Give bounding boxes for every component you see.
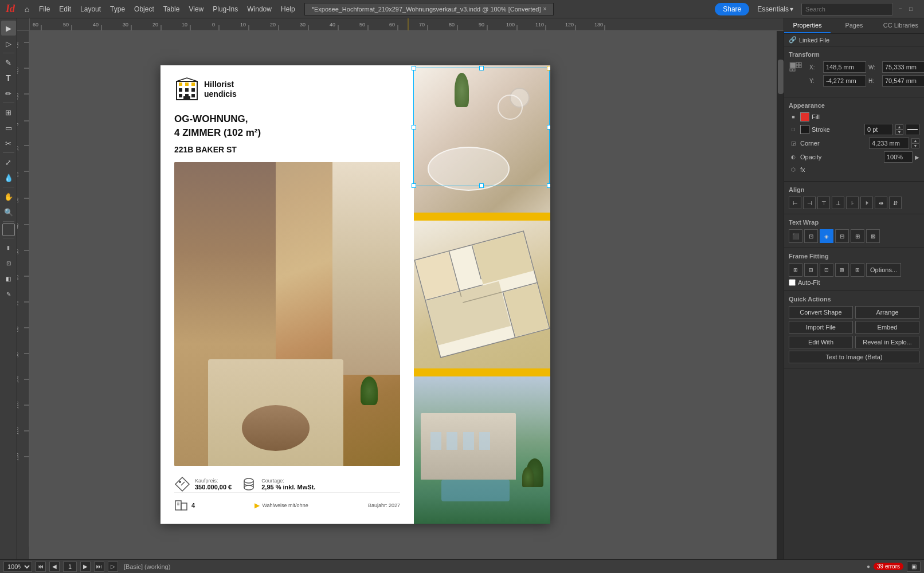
share-button[interactable]: Share	[715, 3, 749, 15]
rectangle-frame-tool[interactable]: ⊞	[1, 105, 16, 120]
w-input[interactable]	[882, 61, 924, 73]
menu-table[interactable]: Table	[159, 0, 185, 18]
dist-v-btn[interactable]: ⇵	[889, 197, 902, 209]
h-input[interactable]	[882, 75, 924, 87]
center-content-btn[interactable]: ⊡	[820, 263, 833, 277]
menu-file[interactable]: File	[34, 0, 54, 18]
color-tool[interactable]	[2, 223, 15, 236]
svg-rect-82	[191, 88, 195, 92]
stroke-value-input[interactable]	[864, 124, 893, 135]
frame-options-btn[interactable]: Options...	[866, 263, 901, 277]
align-center-v-btn[interactable]: ⊦	[846, 197, 859, 209]
opacity-expand[interactable]: ▶	[915, 154, 919, 160]
menu-edit[interactable]: Edit	[54, 0, 76, 18]
search-input[interactable]	[801, 3, 893, 15]
vertical-scrollbar[interactable]	[777, 31, 784, 573]
vscroll-thumb[interactable]	[778, 60, 784, 94]
align-right-btn[interactable]: ⊤	[817, 197, 830, 209]
align-top-btn[interactable]: ⊥	[832, 197, 844, 209]
tab-cc-libraries[interactable]: CC Libraries	[878, 18, 924, 33]
note-tool[interactable]: ✎	[1, 286, 16, 301]
stroke-down[interactable]: ▼	[895, 129, 903, 135]
fit-proportional-btn[interactable]: ⊠	[835, 263, 849, 277]
import-file-button[interactable]: Import File	[789, 321, 853, 333]
no-wrap-btn[interactable]: ⬛	[789, 229, 802, 243]
selection-tool[interactable]: ▶	[1, 21, 16, 36]
page-input[interactable]	[63, 562, 77, 572]
hand-tool[interactable]: ✋	[1, 189, 16, 204]
menu-plugins[interactable]: Plug-Ins	[208, 0, 242, 18]
fill-swatch[interactable]	[800, 112, 809, 121]
zoom-tool[interactable]: 🔍	[1, 205, 16, 219]
menu-view[interactable]: View	[184, 0, 208, 18]
maximize-button[interactable]: □	[907, 5, 915, 13]
preview-tool[interactable]: ▮	[1, 240, 16, 255]
view-mode-btn[interactable]: ▣	[907, 562, 921, 572]
stroke-swatch[interactable]	[800, 125, 809, 134]
menu-window[interactable]: Window	[242, 0, 276, 18]
stroke-style-select[interactable]	[906, 124, 919, 135]
opacity-input[interactable]	[884, 151, 913, 163]
tab-close[interactable]: ×	[543, 6, 547, 12]
svg-rect-89	[183, 96, 190, 100]
main-layout: ▶ ▷ ✎ T ✏ ⊞ ▭ ✂ ⤢ 💧 ✋ 🔍 ▮ ⊡ ◧ ✎	[0, 18, 924, 573]
x-input[interactable]	[823, 61, 866, 73]
nav-last-btn[interactable]: ⏭	[94, 562, 104, 572]
canvas[interactable]: Hillorist uendicis OG-WOHNUNG, 4 ZIMMER …	[30, 31, 784, 573]
eyedropper-tool[interactable]: 💧	[1, 170, 16, 185]
document-tab[interactable]: *Exposee_Hochformat_210x297_Wohnungsverk…	[304, 3, 554, 15]
home-icon[interactable]: ⌂	[19, 2, 34, 17]
wrap-jump-btn[interactable]: ⊟	[835, 229, 849, 243]
align-center-h-btn[interactable]: ⊣	[803, 197, 816, 209]
reveal-in-explorer-button[interactable]: Reveal in Explo...	[855, 336, 919, 348]
transform-tool[interactable]: ⊡	[1, 256, 16, 270]
arrange-button[interactable]: Arrange	[855, 306, 919, 319]
embed-button[interactable]: Embed	[855, 321, 919, 333]
fx-label[interactable]: fx	[800, 166, 805, 173]
dist-h-btn[interactable]: ⇹	[875, 197, 887, 209]
wrap-options-btn[interactable]: ⊠	[866, 229, 880, 243]
fill-frame-btn[interactable]: ⊞	[851, 263, 864, 277]
menu-layout[interactable]: Layout	[76, 0, 105, 18]
gradient-tool[interactable]: ◧	[1, 271, 16, 286]
menu-type[interactable]: Type	[105, 0, 130, 18]
tab-properties[interactable]: Properties	[784, 18, 831, 33]
corner-input[interactable]	[869, 138, 909, 149]
essentials-button[interactable]: Essentials ▾	[757, 5, 793, 13]
autofit-checkbox[interactable]	[789, 279, 796, 286]
align-bottom-btn[interactable]: ⊧	[860, 197, 873, 209]
nav-next-btn[interactable]: ▶	[80, 562, 91, 572]
ruler-corner	[17, 18, 30, 31]
frame-fitting-title: Frame Fitting	[789, 253, 919, 260]
wrap-contour-btn[interactable]: ◈	[820, 229, 833, 243]
svg-text:70: 70	[17, 301, 19, 306]
menu-object[interactable]: Object	[130, 0, 159, 18]
pencil-tool[interactable]: ✏	[1, 86, 16, 101]
free-transform-tool[interactable]: ⤢	[1, 155, 16, 170]
scissors-tool[interactable]: ✂	[1, 136, 16, 151]
corner-down[interactable]: ▼	[911, 143, 919, 148]
tab-pages[interactable]: Pages	[831, 18, 877, 33]
convert-shape-button[interactable]: Convert Shape	[789, 306, 853, 319]
fit-frame-btn[interactable]: ⊟	[804, 263, 818, 277]
nav-play-btn[interactable]: ▷	[108, 562, 118, 572]
fit-content-btn[interactable]: ⊞	[789, 263, 802, 277]
minimize-button[interactable]: −	[896, 5, 905, 13]
error-badge[interactable]: 39 errors	[874, 563, 903, 570]
zoom-select[interactable]: 100% 50% 75% 150% 200%	[3, 562, 32, 572]
text-to-image-button[interactable]: Text to Image (Beta)	[789, 351, 919, 363]
nav-prev-btn[interactable]: ◀	[49, 562, 60, 572]
type-tool[interactable]: T	[1, 70, 16, 85]
nav-first-btn[interactable]: ⏮	[36, 562, 46, 572]
align-left-btn[interactable]: ⊢	[789, 197, 801, 209]
wrap-next-btn[interactable]: ⊞	[851, 229, 864, 243]
wrap-bounding-btn[interactable]: ⊡	[804, 229, 818, 243]
menu-help[interactable]: Help	[276, 0, 300, 18]
stroke-up[interactable]: ▲	[895, 124, 903, 129]
rectangle-tool[interactable]: ▭	[1, 120, 16, 135]
direct-selection-tool[interactable]: ▷	[1, 36, 16, 51]
edit-with-button[interactable]: Edit With	[789, 336, 853, 348]
corner-up[interactable]: ▲	[911, 138, 919, 143]
pen-tool[interactable]: ✎	[1, 55, 16, 70]
y-input[interactable]	[823, 75, 866, 87]
